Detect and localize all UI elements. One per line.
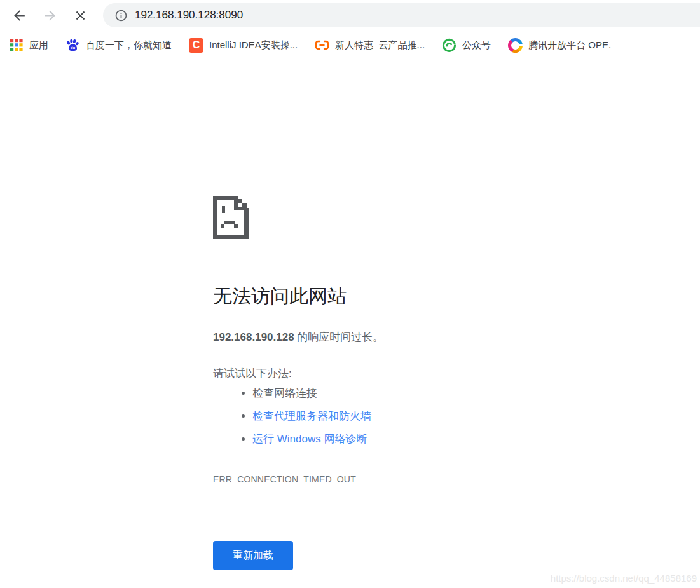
bookmark-label: 公众号 (462, 39, 491, 51)
error-subtitle: 192.168.190.128 的响应时间过长。 (213, 330, 383, 345)
suggestion-link-network-diagnostics[interactable]: 运行 Windows 网络诊断 (252, 433, 367, 445)
suggestions-heading: 请试试以下办法: (213, 366, 292, 381)
suggestion-item: 检查代理服务器和防火墙 (252, 408, 371, 425)
url-bar[interactable]: 192.168.190.128:8090 (103, 3, 700, 27)
bookmark-label: 百度一下，你就知道 (86, 39, 172, 51)
wechat-swirl-icon (442, 38, 456, 53)
bookmark-csdn[interactable]: C IntelliJ IDEA安装操... (189, 38, 298, 53)
info-circle-icon (114, 9, 128, 22)
tencent-circle-icon (508, 38, 523, 53)
apps-grid-icon (9, 38, 24, 53)
baidu-paw-icon: du (65, 38, 80, 53)
reload-button[interactable]: 重新加载 (213, 541, 293, 570)
stop-x-icon (73, 8, 88, 23)
back-button[interactable] (6, 3, 32, 28)
error-title: 无法访问此网站 (213, 284, 347, 310)
csdn-c-icon: C (189, 38, 203, 53)
forward-button[interactable] (37, 3, 62, 28)
bookmark-label: 新人特惠_云产品推... (335, 39, 425, 51)
error-code: ERR_CONNECTION_TIMED_OUT (213, 474, 356, 484)
bookmark-label: 腾讯开放平台 OPE. (528, 39, 611, 51)
back-arrow-icon (11, 8, 27, 24)
error-host: 192.168.190.128 (213, 331, 294, 343)
url-text[interactable]: 192.168.190.128:8090 (135, 9, 243, 22)
bookmark-baidu[interactable]: du 百度一下，你就知道 (65, 38, 172, 53)
page-info-button[interactable] (114, 8, 128, 22)
svg-text:du: du (71, 46, 76, 50)
aliyun-brackets-icon (315, 38, 329, 53)
suggestion-text: 检查网络连接 (252, 387, 317, 399)
forward-arrow-icon (42, 8, 58, 24)
bookmark-label: 应用 (29, 39, 48, 51)
sad-file-icon (213, 196, 249, 242)
watermark-text: https://blog.csdn.net/qq_44858169 (551, 573, 697, 584)
bookmark-label: IntelliJ IDEA安装操... (209, 39, 298, 51)
browser-toolbar: 192.168.190.128:8090 (0, 0, 700, 31)
stop-button[interactable] (67, 3, 93, 28)
bookmark-tencent-open[interactable]: 腾讯开放平台 OPE. (508, 38, 611, 53)
suggestions-list: 检查网络连接 检查代理服务器和防火墙 运行 Windows 网络诊断 (213, 385, 371, 454)
bookmarks-bar: 应用 du 百度一下，你就知道 C IntelliJ IDEA安装操... (0, 31, 700, 60)
suggestion-link-proxy-firewall[interactable]: 检查代理服务器和防火墙 (252, 410, 371, 422)
error-subtitle-text: 的响应时间过长。 (294, 331, 384, 343)
bookmark-wechat-official[interactable]: 公众号 (442, 38, 491, 53)
bookmark-apps[interactable]: 应用 (9, 38, 48, 53)
suggestion-item: 检查网络连接 (252, 385, 371, 402)
suggestion-item: 运行 Windows 网络诊断 (252, 431, 371, 448)
bookmark-aliyun[interactable]: 新人特惠_云产品推... (315, 38, 425, 53)
